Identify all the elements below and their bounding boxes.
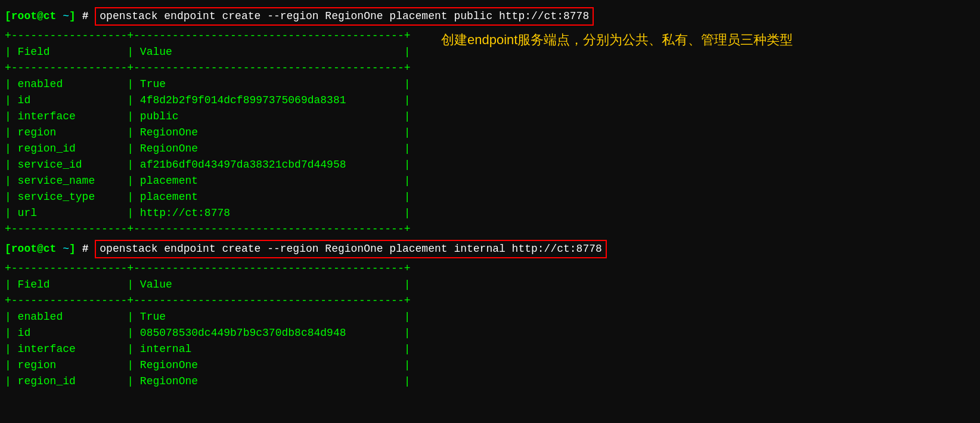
table1-row-region: | region | RegionOne | bbox=[5, 125, 975, 141]
table2-row-region-id: | region_id | RegionOne | bbox=[5, 373, 975, 390]
prompt-hash-2: # bbox=[82, 242, 89, 257]
table2-row-id: | id | 085078530dc449b7b9c370db8c84d948 … bbox=[5, 325, 975, 341]
prompt-dir-1: ~ bbox=[63, 9, 69, 24]
table2-header: | Field | Value | bbox=[5, 277, 975, 293]
prompt-bracket-2: ] bbox=[69, 242, 76, 257]
prompt-bracket-1: ] bbox=[69, 9, 76, 24]
prompt-hash-1: # bbox=[82, 9, 89, 24]
table1-row-url: | url | http://ct:8778 | bbox=[5, 205, 975, 221]
table2-row-region: | region | RegionOne | bbox=[5, 357, 975, 373]
prompt-user-1: [root@ct bbox=[5, 9, 63, 24]
table1-divider-mid: +------------------+--------------------… bbox=[5, 60, 975, 76]
prompt-line-2: [root@ct ~] # openstack endpoint create … bbox=[0, 237, 980, 261]
section2-block: [root@ct ~] # openstack endpoint create … bbox=[0, 237, 980, 390]
terminal-window: 创建endpoint服务端点，分别为公共、私有、管理员三种类型 [root@ct… bbox=[0, 0, 980, 394]
table1-row-service-type: | service_type | placement | bbox=[5, 189, 975, 205]
table1-row-service-id: | service_id | af21b6df0d43497da38321cbd… bbox=[5, 157, 975, 173]
table1-header: | Field | Value | bbox=[5, 44, 975, 60]
table1-row-region-id: | region_id | RegionOne | bbox=[5, 141, 975, 157]
table1-row-service-name: | service_name | placement | bbox=[5, 173, 975, 189]
command-1: openstack endpoint create --region Regio… bbox=[95, 7, 594, 26]
table1-divider-top: +------------------+--------------------… bbox=[5, 28, 975, 44]
prompt-dir-2: ~ bbox=[63, 242, 69, 257]
table2-row-interface: | interface | internal | bbox=[5, 341, 975, 357]
table1-row-interface: | interface | public | bbox=[5, 109, 975, 125]
prompt-user-2: [root@ct bbox=[5, 242, 63, 257]
table1-row-enabled: | enabled | True | bbox=[5, 76, 975, 92]
table2-row-enabled: | enabled | True | bbox=[5, 309, 975, 325]
command-2: openstack endpoint create --region Regio… bbox=[95, 240, 607, 258]
table-1: +------------------+--------------------… bbox=[0, 28, 980, 237]
prompt-line-1: [root@ct ~] # openstack endpoint create … bbox=[0, 5, 980, 28]
table1-divider-bot: +------------------+--------------------… bbox=[5, 221, 975, 237]
section1-block: [root@ct ~] # openstack endpoint create … bbox=[0, 5, 980, 237]
table-2: +------------------+--------------------… bbox=[0, 261, 980, 390]
table2-divider-mid: +------------------+--------------------… bbox=[5, 293, 975, 309]
table2-divider-top: +------------------+--------------------… bbox=[5, 261, 975, 277]
table1-row-id: | id | 4f8d2b2f9f014dcf8997375069da8381 … bbox=[5, 92, 975, 109]
